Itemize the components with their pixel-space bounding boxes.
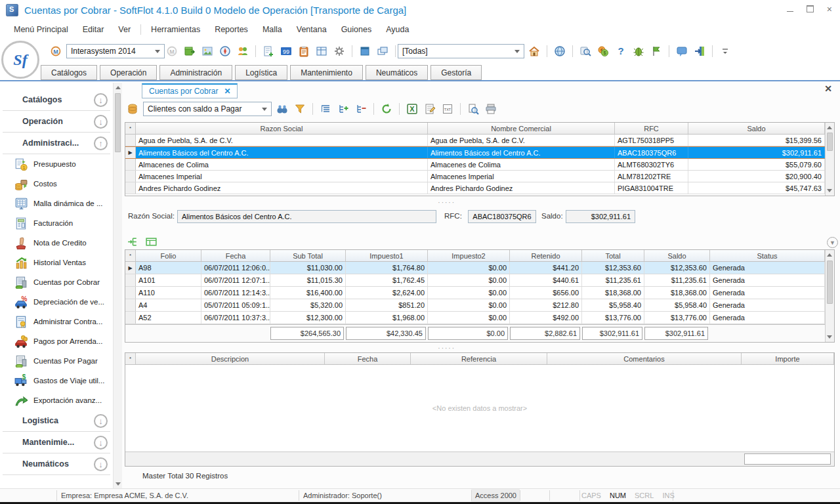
- cell-total[interactable]: $5,958.40: [582, 299, 644, 311]
- cell-folio[interactable]: A101: [136, 274, 201, 286]
- sidebar-item-depreciación-de-ve-[interactable]: %Depreciación de ve...: [0, 292, 113, 312]
- detail-grid-icon[interactable]: [144, 234, 158, 249]
- filter-icon[interactable]: [293, 102, 307, 116]
- cell-status[interactable]: Generada: [710, 262, 825, 274]
- coins-icon[interactable]: €$: [596, 44, 610, 58]
- cell-nombre_comercial[interactable]: Almacenes de Colima: [428, 159, 615, 170]
- grouping-icon[interactable]: [318, 102, 333, 116]
- print-icon[interactable]: [484, 102, 498, 116]
- splitter-handle[interactable]: [438, 345, 455, 352]
- close-icon[interactable]: ×: [827, 6, 832, 12]
- sidebar-scrollbar[interactable]: [113, 83, 122, 489]
- scroll-up-icon[interactable]: [827, 126, 832, 129]
- collapse-arrow-icon[interactable]: ↑: [94, 136, 108, 150]
- cell-fecha[interactable]: 06/07/2011 12:06:0...: [201, 262, 270, 274]
- module-tab-operaci-n[interactable]: Operación: [100, 65, 157, 80]
- cell-razon_social[interactable]: Almacenes de Colima: [136, 159, 428, 170]
- sidebar-item-malla-dinámica-de-[interactable]: Malla dinámica de ...: [0, 194, 113, 213]
- module-tab-neum-ticos[interactable]: Neumáticos: [366, 65, 428, 80]
- sidebar-item-cuentas-por-pagar[interactable]: Cuentas Por Pagar: [0, 351, 113, 371]
- cell-status[interactable]: Generada: [710, 299, 825, 311]
- cell-saldo[interactable]: $302,911.61: [688, 147, 825, 158]
- cell-impuesto1[interactable]: $851.20: [346, 299, 428, 311]
- cell-saldo[interactable]: $12,353.60: [644, 262, 710, 274]
- column-header-sub-total[interactable]: Sub Total: [270, 250, 346, 261]
- sidebar-item-exportación-avanz-[interactable]: Exportación avanz...: [0, 390, 113, 410]
- importe-summary-box[interactable]: [744, 453, 831, 465]
- module-tab-cat-logos[interactable]: Catálogos: [41, 65, 97, 80]
- cell-sub-total[interactable]: $5,320.00: [270, 299, 346, 311]
- scroll-up-icon[interactable]: [116, 86, 121, 89]
- cell-impuesto1[interactable]: $1,968.00: [346, 312, 428, 324]
- preview-icon[interactable]: [466, 102, 480, 116]
- splitter-handle[interactable]: [438, 199, 455, 206]
- column-header-importe[interactable]: Importe: [742, 353, 834, 364]
- customers-grid-scrollbar[interactable]: [825, 123, 834, 196]
- exit-icon[interactable]: [692, 44, 707, 58]
- scrollbar-thumb[interactable]: [115, 93, 121, 152]
- sidebar-item-facturación[interactable]: Facturación: [0, 213, 113, 233]
- cell-rfc[interactable]: ABAC180375QR6: [615, 147, 688, 158]
- collapse-detail-icon[interactable]: ▼: [827, 237, 838, 248]
- cell-razon_social[interactable]: Agua de Puebla, S.A. de C.V.: [136, 135, 428, 146]
- module-tab-gestor-a[interactable]: Gestoría: [430, 65, 482, 80]
- flag-icon[interactable]: [649, 44, 663, 58]
- cell-status[interactable]: Generada: [710, 274, 825, 286]
- cell-saldo[interactable]: $5,958.40: [644, 299, 710, 311]
- cell-total[interactable]: $12,353.60: [582, 262, 644, 274]
- cell-saldo[interactable]: $15,399.56: [688, 135, 825, 146]
- column-header-impuesto2[interactable]: Impuesto2: [428, 250, 510, 261]
- scroll-down-icon[interactable]: [116, 482, 121, 486]
- saldo-field[interactable]: $302,911.61: [566, 210, 635, 223]
- cell-nombre_comercial[interactable]: Almacenes Imperial: [428, 171, 615, 182]
- menu-item-ventana[interactable]: Ventana: [289, 23, 334, 36]
- menu-item-reportes[interactable]: Reportes: [207, 23, 255, 36]
- cell-fecha[interactable]: 06/07/2011 12:14:3...: [201, 287, 270, 299]
- cell-folio[interactable]: A4: [136, 299, 201, 311]
- cell-retenido[interactable]: $440.61: [510, 274, 582, 286]
- menu-item-malla[interactable]: Malla: [255, 23, 289, 36]
- database-icon[interactable]: [125, 102, 140, 116]
- menu-item-herramientas[interactable]: Herramientas: [144, 23, 207, 36]
- users-icon[interactable]: [236, 44, 250, 58]
- profile-combobox[interactable]: Interasystem 2014: [66, 44, 165, 58]
- customer-row[interactable]: Almacenes de ColimaAlmacenes de ColimaAL…: [125, 159, 834, 171]
- scope-combobox[interactable]: [Todas]: [398, 44, 524, 58]
- cell-total[interactable]: $18,368.00: [582, 287, 644, 299]
- folders-icon[interactable]: [375, 44, 390, 58]
- cell-razon_social[interactable]: Alimentos Básicos del Centro A.C.: [136, 147, 428, 158]
- cell-saldo[interactable]: $20,900.40: [688, 171, 825, 182]
- sidebar-section-cat-logos[interactable]: Catálogos↓: [0, 89, 113, 110]
- sidebar-section-administraci-[interactable]: Administraci...↑: [0, 133, 113, 154]
- pane-close-icon[interactable]: ✕: [824, 84, 832, 93]
- cell-rfc[interactable]: PIGA831004TRE: [615, 182, 688, 194]
- link-detail-icon[interactable]: [125, 234, 140, 249]
- scroll-up-icon[interactable]: [827, 253, 832, 257]
- binoculars-icon[interactable]: [275, 102, 289, 116]
- scrollbar-thumb[interactable]: [827, 133, 833, 151]
- expand-arrow-icon[interactable]: ↓: [94, 414, 108, 428]
- cell-impuesto1[interactable]: $1,764.80: [346, 262, 428, 274]
- sidebar-item-gastos-de-viaje-util-[interactable]: $Gastos de Viaje util...: [0, 371, 113, 390]
- sidebar-section-mantenimie-[interactable]: Mantenimie...↓: [0, 432, 113, 453]
- sidebar-item-costos[interactable]: Costos: [0, 174, 113, 194]
- sidebar-item-pagos-por-arrenda-[interactable]: Pagos por Arrenda...: [0, 331, 113, 351]
- expand-arrow-icon[interactable]: ↓: [94, 436, 108, 450]
- cell-razon_social[interactable]: Almacenes Imperial: [136, 171, 428, 182]
- invoice-row[interactable]: A11006/07/2011 12:14:3...$16,400.00$2,62…: [125, 287, 834, 299]
- cell-total[interactable]: $13,776.00: [582, 312, 644, 324]
- badge-99-icon[interactable]: 99: [279, 44, 293, 58]
- invoices-grid-scrollbar[interactable]: [825, 250, 834, 342]
- cell-saldo[interactable]: $13,776.00: [644, 312, 710, 324]
- cell-impuesto2[interactable]: $0.00: [428, 299, 510, 311]
- invoice-row[interactable]: A405/07/2011 05:09:1...$5,320.00$851.20$…: [125, 299, 834, 312]
- sidebar-section-logistica[interactable]: Logistica↓: [0, 410, 113, 431]
- column-header-retenido[interactable]: Retenido: [510, 250, 582, 261]
- cell-folio[interactable]: A52: [136, 312, 201, 324]
- home-icon[interactable]: [527, 44, 541, 58]
- sidebar-item-nota-de-credito[interactable]: Nota de Credito: [0, 233, 113, 253]
- cell-impuesto2[interactable]: $0.00: [428, 262, 510, 274]
- column-header-rfc[interactable]: RFC: [615, 123, 688, 134]
- scroll-down-icon[interactable]: [827, 335, 832, 339]
- comment-icon[interactable]: [675, 44, 689, 58]
